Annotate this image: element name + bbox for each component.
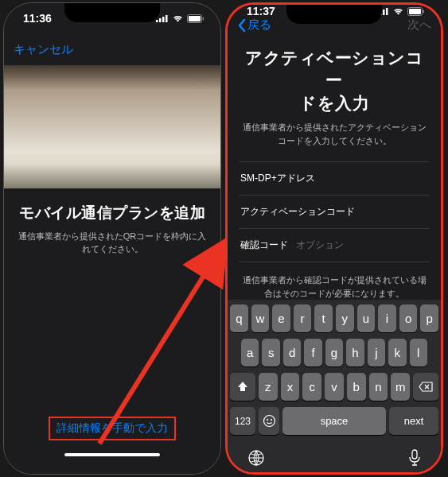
- svg-rect-3: [166, 15, 168, 22]
- shift-key[interactable]: [230, 373, 255, 401]
- svg-rect-0: [156, 20, 158, 22]
- key-r[interactable]: r: [294, 304, 312, 332]
- svg-rect-1: [159, 18, 162, 22]
- status-bar: 11:36: [4, 3, 220, 33]
- key-t[interactable]: t: [314, 304, 333, 332]
- key-c[interactable]: c: [302, 373, 321, 401]
- key-h[interactable]: h: [346, 339, 364, 366]
- wifi-icon: [172, 14, 184, 22]
- home-indicator[interactable]: [64, 453, 160, 456]
- battery-icon: [187, 14, 205, 23]
- svg-rect-10: [386, 8, 388, 15]
- key-n[interactable]: n: [369, 373, 388, 401]
- keyboard-row-3: zxcvbnm: [230, 373, 438, 401]
- page-title: モバイル通信プランを追加: [15, 203, 209, 223]
- status-time: 11:37: [247, 5, 275, 17]
- mic-icon: [408, 449, 421, 467]
- key-l[interactable]: l: [410, 339, 427, 366]
- key-j[interactable]: j: [368, 339, 385, 366]
- svg-rect-6: [203, 17, 205, 20]
- smdp-address-field[interactable]: SM-DP+アドレス: [239, 161, 430, 195]
- cancel-button[interactable]: キャンセル: [14, 42, 73, 57]
- key-i[interactable]: i: [378, 304, 396, 332]
- keyboard-row-2: asdfghjkl: [230, 339, 438, 366]
- backspace-icon: [419, 382, 433, 392]
- key-s[interactable]: s: [262, 339, 279, 366]
- key-p[interactable]: p: [420, 304, 438, 332]
- dictation-key[interactable]: [408, 449, 421, 470]
- page-subtitle: 通信事業者から提供されたアクティベーションコードを入力してください。: [239, 121, 430, 147]
- page-subtitle: 通信事業者から提供されたQRコードを枠内に入れてください。: [15, 230, 209, 256]
- key-m[interactable]: m: [391, 373, 410, 401]
- key-b[interactable]: b: [347, 373, 366, 401]
- key-a[interactable]: a: [241, 339, 259, 366]
- back-label: 戻る: [247, 17, 271, 33]
- wifi-icon: [392, 7, 404, 15]
- key-x[interactable]: x: [281, 373, 300, 401]
- notch: [286, 5, 382, 24]
- keyboard-row-bottom: 123 space next: [230, 407, 438, 435]
- field-label: SM-DP+アドレス: [240, 172, 315, 185]
- globe-icon: [247, 449, 265, 467]
- emoji-key[interactable]: [259, 407, 279, 435]
- field-label: 確認コード: [240, 238, 288, 252]
- key-q[interactable]: q: [230, 304, 248, 332]
- field-placeholder: オプション: [296, 238, 344, 252]
- battery-icon: [407, 7, 425, 16]
- chevron-left-icon: [237, 18, 246, 33]
- space-key[interactable]: space: [282, 407, 386, 435]
- field-label: アクティベーションコード: [240, 205, 355, 219]
- shift-icon: [236, 381, 249, 393]
- key-v[interactable]: v: [325, 373, 344, 401]
- key-z[interactable]: z: [259, 373, 278, 401]
- key-w[interactable]: w: [251, 304, 270, 332]
- back-button[interactable]: 戻る: [237, 17, 271, 33]
- svg-rect-18: [412, 450, 417, 459]
- content: アクティベーションコー ドを入力 通信事業者から提供されたアクティベーションコー…: [228, 33, 441, 300]
- svg-point-15: [267, 419, 268, 421]
- svg-rect-5: [189, 16, 201, 21]
- enter-details-manually-link[interactable]: 詳細情報を手動で入力: [49, 417, 176, 440]
- backspace-key[interactable]: [413, 373, 438, 401]
- keyboard-next-key[interactable]: next: [389, 407, 438, 435]
- key-o[interactable]: o: [399, 304, 418, 332]
- notch: [64, 3, 160, 22]
- content: モバイル通信プランを追加 通信事業者から提供されたQRコードを枠内に入れてくださ…: [4, 188, 220, 417]
- right-screenshot: 11:37 戻る 次へ アクティベーションコー ドを入力: [225, 2, 443, 475]
- status-bar: 11:37: [228, 5, 441, 17]
- svg-rect-2: [162, 17, 165, 22]
- keyboard: qwertyuiop asdfghjkl zxcvbnm 123: [228, 300, 441, 475]
- camera-viewfinder: [4, 65, 220, 188]
- nav-bar: キャンセル: [4, 33, 220, 65]
- svg-rect-9: [383, 10, 385, 15]
- key-k[interactable]: k: [388, 339, 406, 366]
- left-screenshot: 11:36 キャンセル モバイル通信プランを追加 通信事業者から提供されたQRコ…: [3, 2, 221, 475]
- emoji-icon: [263, 414, 276, 428]
- svg-point-14: [263, 416, 275, 427]
- key-f[interactable]: f: [304, 339, 321, 366]
- key-u[interactable]: u: [357, 304, 376, 332]
- numbers-key[interactable]: 123: [230, 407, 255, 435]
- key-g[interactable]: g: [325, 339, 343, 366]
- next-button[interactable]: 次へ: [407, 17, 431, 33]
- page-title: アクティベーションコー ドを入力: [239, 47, 430, 114]
- key-e[interactable]: e: [272, 304, 290, 332]
- globe-key[interactable]: [247, 449, 265, 470]
- status-time: 11:36: [23, 12, 52, 25]
- svg-rect-12: [409, 9, 421, 14]
- status-indicators: [156, 14, 205, 23]
- keyboard-row-1: qwertyuiop: [230, 304, 438, 332]
- activation-code-field[interactable]: アクティベーションコード: [239, 195, 430, 228]
- svg-rect-13: [423, 10, 425, 13]
- svg-point-16: [271, 419, 272, 421]
- key-d[interactable]: d: [283, 339, 301, 366]
- key-y[interactable]: y: [336, 304, 354, 332]
- status-indicators: [376, 7, 425, 16]
- confirmation-code-field[interactable]: 確認コード オプション: [239, 228, 430, 262]
- note-text: 通信事業者から確認コードが提供されている場合はそのコードが必要になります。: [239, 273, 430, 300]
- form-fields: SM-DP+アドレス アクティベーションコード 確認コード オプション: [239, 161, 430, 262]
